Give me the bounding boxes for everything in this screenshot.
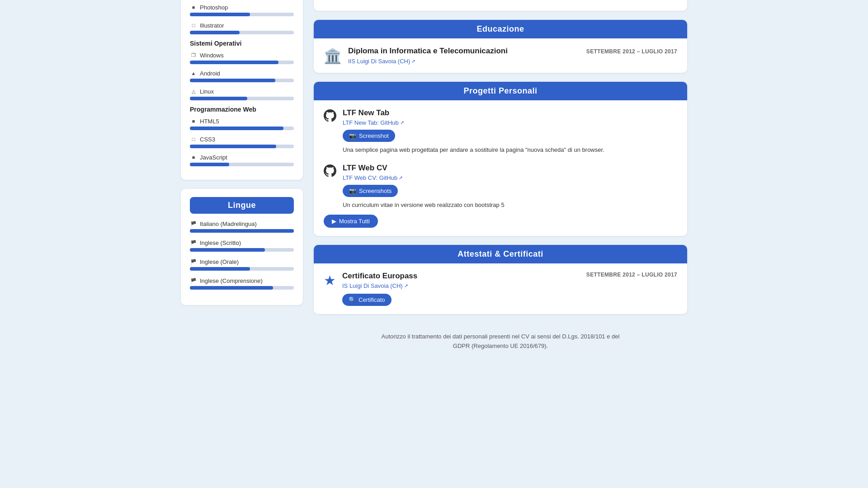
flag-icon-4: 🏴 — [190, 277, 197, 284]
screenshot-btn-label-1: Screenshot — [359, 132, 389, 139]
italiano-bar-bg — [190, 229, 294, 233]
windows-icon: ❐ — [190, 52, 197, 59]
linux-icon: △ — [190, 88, 197, 95]
prog-web-title: Programmazione Web — [190, 106, 294, 113]
edu-school-label: IIS Luigi Di Savoia (CH) — [348, 58, 410, 65]
lang-italiano: 🏴 Italiano (Madrelingua) — [190, 220, 294, 233]
lingue-header: Lingue — [190, 197, 294, 214]
screenshot-btn-icon-2: 📷 — [349, 188, 356, 194]
github-icon-1 — [324, 109, 336, 125]
lang-inglese-orale: 🏴 Inglese (Orale) — [190, 258, 294, 271]
inglese-comprensione-bar-bg — [190, 286, 294, 290]
progetti-header: Progetti Personali — [314, 82, 687, 100]
css3-label: CSS3 — [200, 136, 215, 143]
skill-photoshop: ■ Photoshop — [190, 4, 294, 16]
android-label: Android — [200, 70, 220, 77]
skill-javascript: ■ JavaScript — [190, 154, 294, 166]
linux-bar-bg — [190, 97, 294, 100]
educazione-header: Educazione — [314, 20, 687, 38]
cert-content: Certificato Europass IS Luigi Di Savoia … — [342, 272, 677, 306]
inglese-scritto-bar-bg — [190, 248, 294, 252]
inglese-comprensione-bar-fill — [190, 286, 273, 290]
inglese-orale-label: Inglese (Orale) — [200, 258, 239, 265]
footer-line-2: GDPR (Regolamento UE 2016/679). — [314, 342, 687, 351]
screenshot-button-2[interactable]: 📷 Screenshots — [343, 185, 398, 197]
italiano-bar-fill — [190, 229, 294, 233]
android-bar-fill — [190, 79, 275, 82]
illustrator-bar-bg — [190, 31, 294, 34]
cert-ext-icon: ➚ — [404, 283, 408, 289]
inglese-scritto-label: Inglese (Scritto) — [200, 239, 241, 246]
javascript-label: JavaScript — [200, 154, 227, 161]
edu-content: Diploma in Informatica e Telecomunicazio… — [348, 47, 677, 65]
italiano-label: Italiano (Madrelingua) — [200, 221, 257, 227]
screenshot-button-1[interactable]: 📷 Screenshot — [343, 130, 395, 142]
certificato-btn-label: Certificato — [359, 296, 385, 303]
cert-school-link[interactable]: IS Luigi Di Savoia (CH) ➚ — [342, 282, 408, 289]
project-1-link-label: LTF New Tab: GitHub — [343, 119, 399, 126]
skills-partial-card: ■ Photoshop □ Illustrator Sistemi Operat… — [181, 0, 303, 180]
photoshop-icon: ■ — [190, 4, 197, 11]
project-2-ext-icon: ➚ — [399, 175, 403, 181]
skill-linux: △ Linux — [190, 88, 294, 100]
project-1-title: LTF New Tab — [343, 108, 677, 117]
illustrator-label: Illustrator — [200, 22, 224, 29]
edu-header-row: Diploma in Informatica e Telecomunicazio… — [348, 47, 677, 65]
lang-inglese-scritto: 🏴 Inglese (Scritto) — [190, 239, 294, 252]
cert-school-label: IS Luigi Di Savoia (CH) — [342, 282, 403, 289]
windows-bar-fill — [190, 61, 278, 64]
certificato-button[interactable]: 🔍 Certificato — [342, 294, 392, 306]
photoshop-bar-bg — [190, 13, 294, 16]
github-icon-2 — [324, 164, 336, 180]
project-ltf-web-cv-content: LTF Web CV LTF Web CV: GitHub ➚ 📷 Screen… — [343, 164, 677, 210]
project-ltf-new-tab: LTF New Tab LTF New Tab: GitHub ➚ 📷 Scre… — [324, 108, 677, 155]
educazione-body: 🏛️ Diploma in Informatica e Telecomunica… — [314, 38, 687, 73]
sistemi-operativi-title: Sistemi Operativi — [190, 40, 294, 47]
footer-line-1: Autorizzo il trattamento dei dati person… — [314, 332, 687, 342]
certificati-header: Attestati & Certificati — [314, 245, 687, 263]
windows-label: Windows — [200, 52, 224, 59]
skill-html5: ■ HTML5 — [190, 117, 294, 130]
screenshot-btn-label-2: Screenshots — [359, 188, 392, 194]
flag-icon-3: 🏴 — [190, 258, 197, 265]
project-1-ext-icon: ➚ — [400, 120, 404, 126]
lang-inglese-comprensione: 🏴 Inglese (Comprensione) — [190, 277, 294, 290]
left-column: ■ Photoshop □ Illustrator Sistemi Operat… — [181, 0, 303, 305]
html5-icon: ■ — [190, 117, 197, 125]
html5-label: HTML5 — [200, 118, 219, 125]
mostra-tutti-button[interactable]: ▶ Mostra Tutti — [324, 215, 378, 228]
project-2-link[interactable]: LTF Web CV: GitHub ➚ — [343, 174, 403, 181]
screenshot-btn-icon-1: 📷 — [349, 132, 356, 139]
javascript-bar-bg — [190, 163, 294, 166]
lingue-card: Lingue 🏴 Italiano (Madrelingua) 🏴 Ingles… — [181, 189, 303, 305]
certificati-body: ★ Certificato Europass IS Luigi Di Savoi… — [314, 263, 687, 314]
android-icon: ▲ — [190, 70, 197, 77]
project-ltf-new-tab-content: LTF New Tab LTF New Tab: GitHub ➚ 📷 Scre… — [343, 108, 677, 155]
progetti-body: LTF New Tab LTF New Tab: GitHub ➚ 📷 Scre… — [314, 100, 687, 236]
inglese-scritto-bar-fill — [190, 248, 265, 252]
photoshop-bar-fill — [190, 13, 250, 16]
progetti-card: Progetti Personali LTF New Tab LTF New T… — [314, 82, 687, 236]
javascript-bar-fill — [190, 163, 229, 166]
css3-bar-bg — [190, 145, 294, 148]
cert-item: ★ Certificato Europass IS Luigi Di Savoi… — [324, 272, 677, 306]
edu-school-link[interactable]: IIS Luigi Di Savoia (CH) ➚ — [348, 58, 415, 65]
html5-bar-fill — [190, 127, 283, 130]
android-bar-bg — [190, 79, 294, 82]
linux-label: Linux — [200, 88, 214, 95]
certificati-card: Attestati & Certificati ★ Certificato Eu… — [314, 245, 687, 314]
flag-icon: 🏴 — [190, 220, 197, 227]
mostra-tutti-icon: ▶ — [332, 218, 336, 225]
mostra-tutti-label: Mostra Tutti — [339, 218, 370, 225]
photoshop-label: Photoshop — [200, 4, 228, 11]
cert-date: SETTEMBRE 2012 – LUGLIO 2017 — [586, 272, 677, 278]
cert-header-row: Certificato Europass IS Luigi Di Savoia … — [342, 272, 677, 306]
css3-bar-fill — [190, 145, 276, 148]
ext-link-icon: ➚ — [411, 58, 415, 64]
project-1-link[interactable]: LTF New Tab: GitHub ➚ — [343, 119, 404, 126]
project-ltf-web-cv: LTF Web CV LTF Web CV: GitHub ➚ 📷 Screen… — [324, 164, 677, 210]
illustrator-bar-fill — [190, 31, 240, 34]
project-2-link-label: LTF Web CV: GitHub — [343, 174, 397, 181]
cert-icon: ★ — [324, 272, 336, 288]
edu-icon: 🏛️ — [324, 47, 342, 65]
